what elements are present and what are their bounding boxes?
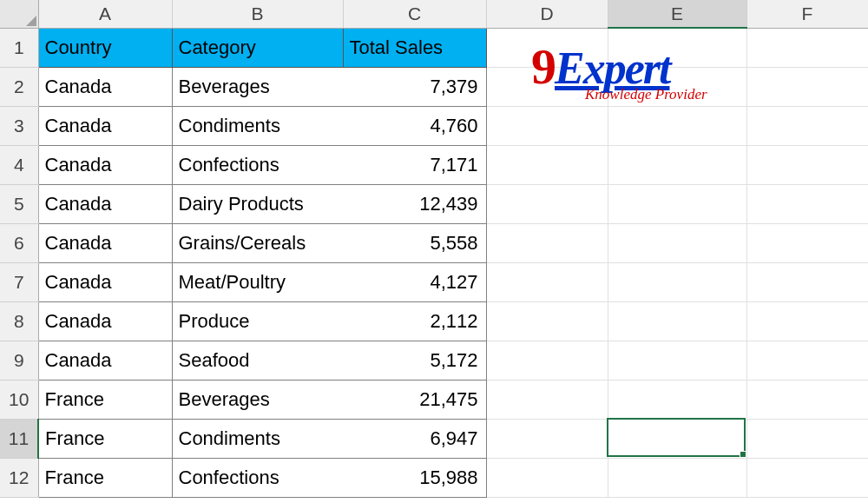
- cell-e6[interactable]: [608, 223, 746, 262]
- column-header-e[interactable]: E: [608, 0, 746, 28]
- cell-a1[interactable]: Country: [38, 28, 172, 67]
- cell-a5[interactable]: Canada: [38, 184, 172, 223]
- cell-a8[interactable]: Canada: [38, 301, 172, 341]
- cell-f11[interactable]: [746, 419, 868, 458]
- cell-f9[interactable]: [746, 341, 868, 380]
- cell-e4[interactable]: [608, 145, 746, 184]
- row-header-11[interactable]: 11: [0, 419, 38, 458]
- cell-b11[interactable]: Condiments: [172, 419, 343, 458]
- cell-c9[interactable]: 5,172: [343, 341, 486, 380]
- select-all-corner[interactable]: [0, 0, 38, 28]
- row-header-6[interactable]: 6: [0, 223, 38, 262]
- cell-c4[interactable]: 7,171: [343, 145, 486, 184]
- cell-d8[interactable]: [486, 301, 608, 341]
- cell-a9[interactable]: Canada: [38, 341, 172, 380]
- cell-e3[interactable]: [608, 106, 746, 145]
- logo-tagline: Knowledge Provider: [585, 86, 707, 103]
- cell-b6[interactable]: Grains/Cereals: [172, 223, 343, 262]
- cell-d10[interactable]: [486, 380, 608, 419]
- row-header-2[interactable]: 2: [0, 67, 38, 106]
- spreadsheet-grid[interactable]: A B C D E F 1 Country Category Total Sal…: [0, 0, 868, 498]
- cell-e11[interactable]: [608, 419, 746, 458]
- cell-d6[interactable]: [486, 223, 608, 262]
- cell-f3[interactable]: [746, 106, 868, 145]
- cell-c7[interactable]: 4,127: [343, 262, 486, 301]
- cell-b10[interactable]: Beverages: [172, 380, 343, 419]
- cell-c11[interactable]: 6,947: [343, 419, 486, 458]
- cell-d9[interactable]: [486, 341, 608, 380]
- cell-b8[interactable]: Produce: [172, 301, 343, 341]
- cell-c2[interactable]: 7,379: [343, 67, 486, 106]
- cell-f10[interactable]: [746, 380, 868, 419]
- cell-a7[interactable]: Canada: [38, 262, 172, 301]
- cell-b9[interactable]: Seafood: [172, 341, 343, 380]
- column-header-b[interactable]: B: [172, 0, 343, 28]
- row-header-8[interactable]: 8: [0, 301, 38, 341]
- cell-e5[interactable]: [608, 184, 746, 223]
- row-header-10[interactable]: 10: [0, 380, 38, 419]
- cell-b4[interactable]: Confections: [172, 145, 343, 184]
- cell-f2[interactable]: [746, 67, 868, 106]
- cell-f1[interactable]: [746, 28, 868, 67]
- row-header-12[interactable]: 12: [0, 458, 38, 497]
- cell-c6[interactable]: 5,558: [343, 223, 486, 262]
- cell-a6[interactable]: Canada: [38, 223, 172, 262]
- cell-c1[interactable]: Total Sales: [343, 28, 486, 67]
- nineexpert-logo: 9Expert Knowledge Provider: [531, 37, 669, 96]
- cell-a11[interactable]: France: [38, 419, 172, 458]
- cell-b5[interactable]: Dairy Products: [172, 184, 343, 223]
- cell-f8[interactable]: [746, 301, 868, 341]
- cell-c5[interactable]: 12,439: [343, 184, 486, 223]
- cell-b3[interactable]: Condiments: [172, 106, 343, 145]
- row-header-7[interactable]: 7: [0, 262, 38, 301]
- cell-c8[interactable]: 2,112: [343, 301, 486, 341]
- column-header-f[interactable]: F: [746, 0, 868, 28]
- cell-d12[interactable]: [486, 458, 608, 497]
- cell-c12[interactable]: 15,988: [343, 458, 486, 497]
- cell-b12[interactable]: Confections: [172, 458, 343, 497]
- cell-d7[interactable]: [486, 262, 608, 301]
- cell-a4[interactable]: Canada: [38, 145, 172, 184]
- cell-f6[interactable]: [746, 223, 868, 262]
- cell-d11[interactable]: [486, 419, 608, 458]
- cell-a10[interactable]: France: [38, 380, 172, 419]
- cell-b7[interactable]: Meat/Poultry: [172, 262, 343, 301]
- cell-f4[interactable]: [746, 145, 868, 184]
- cell-f12[interactable]: [746, 458, 868, 497]
- cell-b1[interactable]: Category: [172, 28, 343, 67]
- row-header-1[interactable]: 1: [0, 28, 38, 67]
- cell-e9[interactable]: [608, 341, 746, 380]
- row-header-9[interactable]: 9: [0, 341, 38, 380]
- cell-e12[interactable]: [608, 458, 746, 497]
- row-header-4[interactable]: 4: [0, 145, 38, 184]
- cell-d5[interactable]: [486, 184, 608, 223]
- column-header-c[interactable]: C: [343, 0, 486, 28]
- cell-a12[interactable]: France: [38, 458, 172, 497]
- cell-b2[interactable]: Beverages: [172, 67, 343, 106]
- cell-a2[interactable]: Canada: [38, 67, 172, 106]
- cell-d3[interactable]: [486, 106, 608, 145]
- cell-c3[interactable]: 4,760: [343, 106, 486, 145]
- row-header-5[interactable]: 5: [0, 184, 38, 223]
- row-header-3[interactable]: 3: [0, 106, 38, 145]
- cell-f7[interactable]: [746, 262, 868, 301]
- column-header-a[interactable]: A: [38, 0, 172, 28]
- cell-f5[interactable]: [746, 184, 868, 223]
- cell-a3[interactable]: Canada: [38, 106, 172, 145]
- cell-d4[interactable]: [486, 145, 608, 184]
- cell-c10[interactable]: 21,475: [343, 380, 486, 419]
- logo-nine: 9: [531, 38, 555, 95]
- cell-e8[interactable]: [608, 301, 746, 341]
- column-header-d[interactable]: D: [486, 0, 608, 28]
- cell-e7[interactable]: [608, 262, 746, 301]
- cell-e10[interactable]: [608, 380, 746, 419]
